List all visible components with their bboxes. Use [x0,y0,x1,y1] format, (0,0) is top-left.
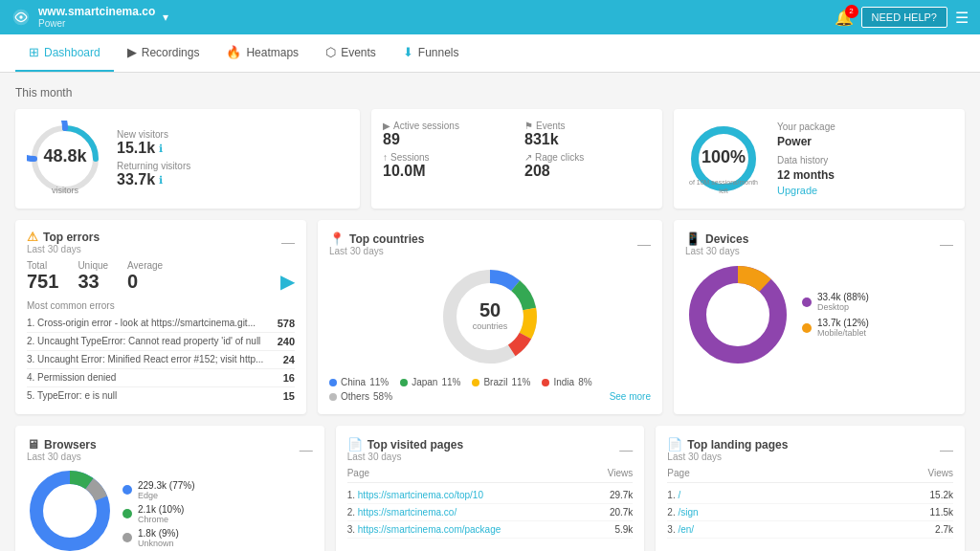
devices-legend: 33.4k (88%) Desktop 13.7k (12%) Mobile/t… [802,292,869,338]
recordings-icon: ▶ [127,45,137,59]
errors-title-group: ⚠ Top errors Last 30 days [27,230,100,254]
package-name: Power [777,135,835,148]
landing-views-3: 2.7k [935,524,953,535]
legend-china: China 11% [329,377,389,387]
package-row: 100% of 10M sessions/month left Your pac… [685,121,953,197]
landing-row-3: 3. /en/ 2.7k [667,521,953,539]
edge-dot [122,485,132,495]
events-icon: ⬡ [325,45,336,59]
navbar: ⊞ Dashboard ▶ Recordings 🔥 Heatmaps ⬡ Ev… [0,34,980,73]
error-num-1: 1. Cross-origin error - look at https://… [27,318,256,329]
devices-collapse-btn[interactable]: — [940,236,953,252]
device-icon: 📱 [685,231,701,246]
countries-title: 📍 Top countries [329,231,424,246]
top-landing-card: 📄 Top landing pages Last 30 days — Page … [656,426,965,551]
errors-collapse-btn[interactable]: — [281,234,295,250]
chrome-dot [122,509,132,518]
see-more-link[interactable]: See more [610,391,651,402]
events-label: ⚑ Events [524,121,651,131]
countries-label: countries [473,321,508,331]
landing-url-2: 2. /sign [667,507,698,518]
nav-recordings[interactable]: ▶ Recordings [114,34,213,72]
errors-list: 1. Cross-origin error - look at https://… [27,315,295,405]
devices-donut [685,262,791,367]
events-value: 831k [524,131,651,148]
sessions-item: ↑ Sessions 10.0M [383,152,509,180]
error-count-1: 578 [278,318,295,329]
nav-dashboard[interactable]: ⊞ Dashboard [15,34,114,72]
countries-title-group: 📍 Top countries Last 30 days [329,231,424,256]
unknown-label: Unknown [138,539,179,548]
countries-collapse-btn[interactable]: — [637,236,651,252]
china-pct: 11% [369,377,389,387]
browsers-card: 🖥 Browsers Last 30 days — [15,426,324,551]
returning-visitors-item: Returning visitors 33.7k ℹ [117,161,190,188]
events-icon: ⚑ [524,121,533,131]
countries-card: 📍 Top countries Last 30 days — [318,220,662,414]
upgrade-link[interactable]: Upgrade [777,185,835,196]
error-num-5: 5. TypeError: e is null [27,390,117,402]
data-history-value: 12 months [777,168,835,182]
package-gauge: 100% of 10M sessions/month left [685,121,762,197]
error-count-2: 240 [278,336,295,347]
events-item: ⚑ Events 831k [524,121,651,148]
japan-label: Japan [412,377,437,387]
topbar-arrow[interactable]: ▾ [163,11,168,24]
error-item-5: 5. TypeError: e is null 15 [27,387,295,405]
visited-row-1: 1. https://smartcinema.co/top/10 29.7k [347,487,634,504]
returning-visitors-label: Returning visitors [117,161,190,171]
topbar: www.smartcinema.co Power ▾ 🔔 2 NEED HELP… [0,0,980,34]
visited-header: 📄 Top visited pages Last 30 days — [347,437,634,462]
error-item-4: 4. Permission denied 16 [27,369,295,387]
browsers-collapse-btn[interactable]: — [300,442,313,457]
errors-total: Total 751 [27,260,58,293]
visited-url-2: 2. https://smartcinema.co/ [347,507,457,518]
browser-chrome: 2.1k (10%) Chrome [122,504,194,524]
returning-visitors-value: 33.7k [117,171,155,188]
desktop-label: Desktop [817,302,869,312]
new-visitors-icon: ℹ [159,143,163,155]
devices-period: Last 30 days [685,246,748,256]
unknown-value: 1.8k (9%) [138,528,179,539]
india-label: India [553,377,574,387]
need-help-button[interactable]: NEED HELP? [861,7,947,28]
menu-icon[interactable]: ☰ [955,9,969,27]
error-count-4: 16 [283,372,295,384]
landing-row-2: 2. /sign 11.5k [667,504,953,521]
row-2: ⚠ Top errors Last 30 days — Total 751 Un… [15,220,965,414]
package-info: Your package Power Data history 12 month… [777,121,835,197]
visited-collapse-btn[interactable]: — [619,442,633,457]
errors-header: ⚠ Top errors Last 30 days — [27,230,295,254]
main-content: This month 48.8k visitors New visitors [0,73,980,551]
chrome-label: Chrome [138,515,184,524]
error-count-3: 24 [283,354,295,365]
nav-heatmaps[interactable]: 🔥 Heatmaps [212,34,312,72]
visited-table-header: Page Views [347,468,634,483]
visited-views-3: 5.9k [614,524,633,535]
rage-clicks-item: ↗ Rage clicks 208 [524,152,651,180]
device-desktop: 33.4k (88%) Desktop [802,292,869,312]
visited-col-page: Page [347,468,369,478]
landing-views-1: 15.2k [930,490,953,500]
landing-url-3: 3. /en/ [667,524,694,535]
browsers-donut [27,468,113,551]
period-label: This month [15,86,965,99]
legend-brazil: Brazil 11% [472,377,530,387]
landing-title: 📄 Top landing pages [667,437,788,452]
visitors-details: New visitors 15.1k ℹ Returning visitors … [117,129,190,188]
notification-icon[interactable]: 🔔 2 [835,9,854,27]
nav-events[interactable]: ⬡ Events [312,34,390,72]
browsers-legend: 229.3k (77%) Edge 2.1k (10%) Chrome [122,480,194,548]
sessions-arrow-icon: ↑ [383,152,388,163]
nav-funnels[interactable]: ⬇ Funnels [390,34,473,72]
package-percent: 100% [685,147,762,167]
landing-collapse-btn[interactable]: — [940,442,953,457]
map-icon: 📍 [329,231,345,246]
desktop-dot [802,298,812,307]
error-item-3: 3. Uncaught Error: Minified React error … [27,351,295,369]
errors-play-btn[interactable]: ▶ [280,270,295,293]
errors-unique-value: 33 [78,271,108,293]
mobile-dot [802,323,812,333]
landing-title-group: 📄 Top landing pages Last 30 days [667,437,788,462]
landing-views-2: 11.5k [930,507,953,518]
